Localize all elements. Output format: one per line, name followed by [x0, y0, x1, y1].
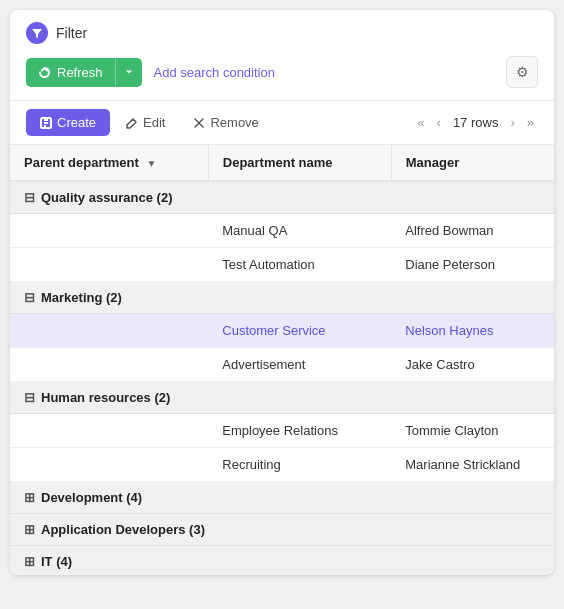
group-row[interactable]: ⊟Quality assurance (2)	[10, 181, 554, 214]
group-row[interactable]: ⊟Marketing (2)	[10, 282, 554, 314]
manager-cell: Tommie Clayton	[391, 414, 554, 448]
add-condition-button[interactable]: Add search condition	[154, 65, 275, 80]
filter-icon	[26, 22, 48, 44]
data-table: Parent department ▼ Department name Mana…	[10, 145, 554, 575]
table-row[interactable]: Employee RelationsTommie Clayton	[10, 414, 554, 448]
parent-dept-cell	[10, 314, 208, 348]
next-page-button[interactable]: ›	[506, 113, 518, 132]
parent-dept-cell	[10, 448, 208, 482]
remove-label: Remove	[210, 115, 258, 130]
group-toggle-icon: ⊟	[24, 290, 35, 305]
remove-button[interactable]: Remove	[181, 109, 270, 136]
group-name: Human resources (2)	[41, 390, 170, 405]
col-dept-name-label: Department name	[223, 155, 333, 170]
col-parent-dept[interactable]: Parent department ▼	[10, 145, 208, 181]
manager-cell: Diane Peterson	[391, 248, 554, 282]
group-cell: ⊞IT (4)	[10, 546, 554, 576]
table-row[interactable]: Manual QAAlfred Bowman	[10, 214, 554, 248]
table-row[interactable]: RecruitingMarianne Strickland	[10, 448, 554, 482]
refresh-button[interactable]: Refresh	[26, 58, 142, 87]
group-name: Quality assurance (2)	[41, 190, 173, 205]
filter-title-row: Filter	[26, 22, 538, 44]
group-row[interactable]: ⊟Human resources (2)	[10, 382, 554, 414]
group-cell: ⊞Application Developers (3)	[10, 514, 554, 546]
filter-label: Filter	[56, 25, 87, 41]
filter-actions-row: Refresh Add search condition ⚙	[26, 56, 538, 88]
col-dept-name: Department name	[208, 145, 391, 181]
group-row[interactable]: ⊞IT (4)	[10, 546, 554, 576]
group-cell: ⊞Development (4)	[10, 482, 554, 514]
table-row[interactable]: AdvertisementJake Castro	[10, 348, 554, 382]
parent-dept-cell	[10, 348, 208, 382]
toolbar: Create Edit Remove « ‹ 17 rows › »	[10, 101, 554, 145]
header-row: Parent department ▼ Department name Mana…	[10, 145, 554, 181]
dept-name-cell: Manual QA	[208, 214, 391, 248]
refresh-dropdown-arrow[interactable]	[116, 60, 142, 84]
filter-bar: Filter Refresh Add search condition ⚙	[10, 10, 554, 101]
group-name: Marketing (2)	[41, 290, 122, 305]
manager-cell: Jake Castro	[391, 348, 554, 382]
gear-icon: ⚙	[516, 64, 529, 80]
group-name: Application Developers (3)	[41, 522, 205, 537]
dept-name-cell: Recruiting	[208, 448, 391, 482]
refresh-button-main[interactable]: Refresh	[26, 58, 116, 87]
group-cell: ⊟Marketing (2)	[10, 282, 554, 314]
pagination: « ‹ 17 rows › »	[413, 113, 538, 132]
first-page-button[interactable]: «	[413, 113, 428, 132]
group-name: IT (4)	[41, 554, 72, 569]
group-toggle-icon: ⊞	[24, 522, 35, 537]
group-name: Development (4)	[41, 490, 142, 505]
rows-count: 17 rows	[453, 115, 499, 130]
table-row[interactable]: Customer ServiceNelson Haynes	[10, 314, 554, 348]
group-cell: ⊟Quality assurance (2)	[10, 181, 554, 214]
parent-dept-cell	[10, 414, 208, 448]
dept-name-cell: Employee Relations	[208, 414, 391, 448]
prev-page-button[interactable]: ‹	[433, 113, 445, 132]
sort-icon: ▼	[147, 158, 157, 169]
group-toggle-icon: ⊟	[24, 390, 35, 405]
group-row[interactable]: ⊞Development (4)	[10, 482, 554, 514]
manager-cell: Nelson Haynes	[391, 314, 554, 348]
col-manager: Manager	[391, 145, 554, 181]
group-toggle-icon: ⊞	[24, 490, 35, 505]
col-manager-label: Manager	[406, 155, 459, 170]
dept-name-cell: Customer Service	[208, 314, 391, 348]
create-button[interactable]: Create	[26, 109, 110, 136]
refresh-label: Refresh	[57, 65, 103, 80]
create-label: Create	[57, 115, 96, 130]
parent-dept-cell	[10, 248, 208, 282]
group-toggle-icon: ⊞	[24, 554, 35, 569]
manager-cell: Marianne Strickland	[391, 448, 554, 482]
edit-button[interactable]: Edit	[114, 109, 177, 136]
parent-dept-cell	[10, 214, 208, 248]
table-body: ⊟Quality assurance (2)Manual QAAlfred Bo…	[10, 181, 554, 575]
table-row[interactable]: Test AutomationDiane Peterson	[10, 248, 554, 282]
dept-name-cell: Advertisement	[208, 348, 391, 382]
table-scroll-area[interactable]: Parent department ▼ Department name Mana…	[10, 145, 554, 575]
group-toggle-icon: ⊟	[24, 190, 35, 205]
group-cell: ⊟Human resources (2)	[10, 382, 554, 414]
settings-button[interactable]: ⚙	[506, 56, 538, 88]
dept-name-cell: Test Automation	[208, 248, 391, 282]
group-row[interactable]: ⊞Application Developers (3)	[10, 514, 554, 546]
main-container: Filter Refresh Add search condition ⚙	[10, 10, 554, 575]
edit-label: Edit	[143, 115, 165, 130]
table-header: Parent department ▼ Department name Mana…	[10, 145, 554, 181]
last-page-button[interactable]: »	[523, 113, 538, 132]
col-parent-dept-label: Parent department	[24, 155, 139, 170]
manager-cell: Alfred Bowman	[391, 214, 554, 248]
